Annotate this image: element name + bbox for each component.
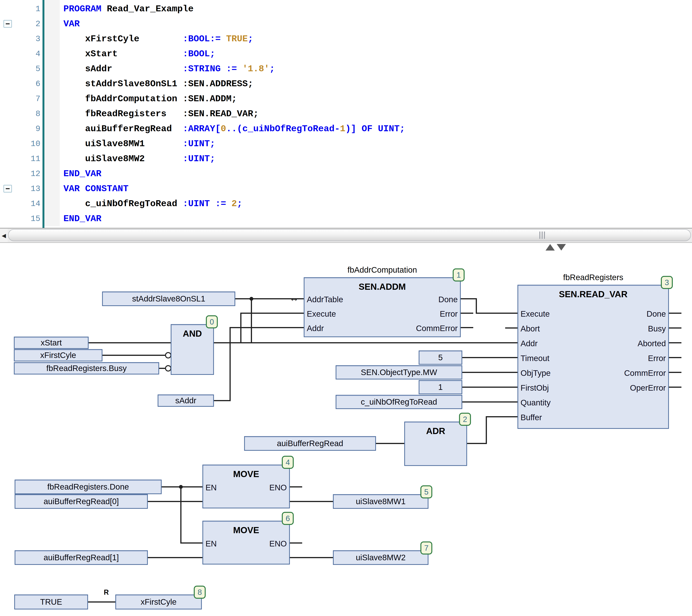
block-title: SEN.READ_VAR xyxy=(518,289,668,299)
input-pin-label: Execute xyxy=(521,309,550,319)
variable-box-true[interactable]: TRUE xyxy=(14,594,88,610)
fb-block-readvar[interactable]: SEN.READ_VARExecuteAbortAddrTimeoutObjTy… xyxy=(517,285,669,429)
variable-box-quantity-val[interactable]: c_uiNbOfRegToRead xyxy=(336,395,462,409)
variable-box-uislave1[interactable]: uiSlave8MW1 xyxy=(333,494,429,509)
output-pin-label: CommError xyxy=(416,323,458,333)
wire[interactable] xyxy=(214,328,304,401)
input-pin-label: EN xyxy=(206,539,217,549)
block-title: MOVE xyxy=(203,525,289,535)
block-title: ADR xyxy=(405,426,466,436)
execution-order-badge: 8 xyxy=(194,586,206,599)
variable-box-uislave2[interactable]: uiSlave8MW2 xyxy=(333,550,429,565)
input-pin-label: Execute xyxy=(307,309,336,319)
execution-order-badge: 7 xyxy=(420,542,432,554)
block-title: MOVE xyxy=(203,469,289,479)
junction-dot xyxy=(179,485,183,489)
instance-name-label: fbAddrComputation xyxy=(304,265,461,274)
input-pin-label: Addr xyxy=(307,323,324,333)
output-pin-label: ENO xyxy=(269,483,287,493)
execution-order-badge: 0 xyxy=(206,315,218,328)
execution-order-badge: 4 xyxy=(282,456,294,469)
variable-box-staddr[interactable]: stAddrSlave8OnSL1 xyxy=(102,291,235,306)
variable-box-xstart[interactable]: xStart xyxy=(14,337,89,349)
output-pin-label: CommError xyxy=(624,368,666,378)
variable-box-timeout-val[interactable]: 5 xyxy=(419,350,462,365)
input-pin-label: Abort xyxy=(521,324,540,334)
input-pin-label: Timeout xyxy=(521,353,549,363)
variable-box-aui[interactable]: auiBufferRegRead xyxy=(244,436,376,451)
variable-box-objtype-val[interactable]: SEN.ObjectType.MW xyxy=(336,365,462,379)
variable-box-firstobj-val[interactable]: 1 xyxy=(419,380,462,394)
output-pin-label: Aborted xyxy=(637,338,666,349)
variable-box-aui1[interactable]: auiBufferRegRead[1] xyxy=(15,550,148,565)
negation-circle-icon xyxy=(166,353,171,358)
input-pin-label: Addr xyxy=(521,338,538,349)
variable-box-done[interactable]: fbReadRegisters.Done xyxy=(15,480,162,494)
reset-modifier-label: R xyxy=(104,588,109,596)
wire[interactable] xyxy=(181,487,202,543)
execution-order-badge: 2 xyxy=(459,413,471,426)
fb-block-move1[interactable]: MOVEENENO xyxy=(202,465,290,508)
variable-box-busy[interactable]: fbReadRegisters.Busy xyxy=(14,362,159,374)
output-pin-label: Done xyxy=(438,294,458,305)
inout-arrow-icon: ↔ xyxy=(289,293,299,303)
negation-circle-icon xyxy=(166,366,171,371)
input-pin-label: Buffer xyxy=(521,413,542,422)
wire[interactable] xyxy=(467,417,517,443)
execution-order-badge: 5 xyxy=(420,485,432,499)
output-pin-label: OperError xyxy=(630,383,666,393)
input-pin-label: FirstObj xyxy=(521,383,549,393)
input-pin-label: EN xyxy=(206,483,217,493)
variable-box-xfirstcyle-out[interactable]: xFirstCyle xyxy=(115,594,202,610)
fb-block-move2[interactable]: MOVEENENO xyxy=(202,521,290,565)
output-pin-label: Done xyxy=(647,309,666,319)
junction-dot xyxy=(250,297,253,301)
instance-name-label: fbReadRegisters xyxy=(517,273,669,282)
output-pin-label: Error xyxy=(440,309,458,319)
input-pin-label: Quantity xyxy=(521,398,550,408)
variable-box-saddr[interactable]: sAddr xyxy=(158,394,214,407)
output-pin-label: ENO xyxy=(269,539,287,549)
execution-order-badge: 3 xyxy=(661,276,673,289)
input-pin-label: ObjType xyxy=(521,368,550,378)
wire[interactable] xyxy=(461,299,517,313)
block-title: AND xyxy=(171,328,213,339)
fb-block-and[interactable]: AND xyxy=(171,324,214,375)
fb-block-addm[interactable]: SEN.ADDMAddrTableExecuteAddrDoneErrorCom… xyxy=(304,277,461,337)
execution-order-badge: 6 xyxy=(282,512,294,525)
variable-box-xfirstcyle-in[interactable]: xFirstCyle xyxy=(14,349,103,361)
plc-ide-screen: { "editor": { "lines": [ {"n":1,"fold":f… xyxy=(0,0,692,616)
fbd-network-editor[interactable]: AND0SEN.ADDMAddrTableExecuteAddrDoneErro… xyxy=(0,0,692,616)
variable-box-aui0[interactable]: auiBufferRegRead[0] xyxy=(15,494,148,509)
fb-block-adr[interactable]: ADR xyxy=(404,422,467,466)
output-pin-label: Error xyxy=(648,353,666,363)
output-pin-label: Busy xyxy=(648,324,666,334)
execution-order-badge: 1 xyxy=(453,268,464,282)
input-pin-label: AddrTable xyxy=(307,294,343,305)
block-title: SEN.ADDM xyxy=(304,282,460,292)
